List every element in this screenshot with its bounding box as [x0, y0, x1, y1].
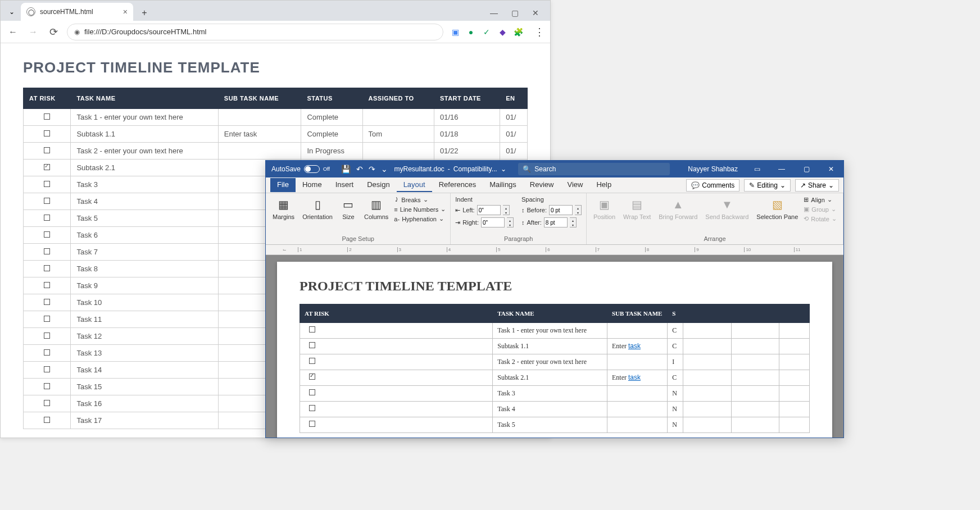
ribbon-tab-file[interactable]: File — [270, 178, 296, 192]
at-risk-cell[interactable] — [24, 126, 71, 143]
minimize-button[interactable]: — — [769, 161, 794, 177]
rotate-button[interactable]: ⟲Rotate ⌄ — [804, 215, 836, 223]
at-risk-cell[interactable] — [24, 311, 71, 328]
ribbon-tab-references[interactable]: References — [432, 178, 483, 192]
selection-pane-button[interactable]: ▧Selection Pane — [754, 195, 800, 221]
at-risk-cell[interactable] — [24, 109, 71, 126]
at-risk-cell[interactable] — [24, 362, 71, 379]
at-risk-cell[interactable] — [300, 370, 493, 386]
at-risk-cell[interactable] — [300, 354, 493, 370]
size-button[interactable]: ▭Size — [338, 195, 359, 221]
at-risk-cell[interactable] — [300, 339, 493, 354]
chevron-down-icon: ⌄ — [780, 181, 786, 189]
at-risk-cell[interactable] — [24, 412, 71, 429]
maximize-button[interactable]: ▢ — [511, 8, 519, 17]
search-input[interactable]: 🔍 Search — [518, 163, 670, 175]
spinner[interactable]: ▴▾ — [575, 205, 582, 215]
at-risk-cell[interactable] — [24, 227, 71, 244]
indent-right-input[interactable] — [481, 217, 505, 227]
ribbon-tab-home[interactable]: Home — [296, 178, 329, 192]
user-name[interactable]: Nayyer Shahbaz — [681, 165, 745, 173]
redo-icon[interactable]: ↷ — [369, 165, 375, 174]
comments-button[interactable]: 💬Comments — [686, 179, 739, 192]
chevron-down-icon[interactable]: ⌄ — [501, 165, 506, 173]
browser-tab[interactable]: ◯ sourceHTML.html × — [21, 3, 133, 21]
back-button[interactable]: ← — [6, 25, 20, 39]
address-bar[interactable]: ◉ file:///D:/Groupdocs/sourceHTML.html — [67, 24, 443, 40]
document-area[interactable]: PROJECT TIMELINE TEMPLATE AT RISKTASK NA… — [266, 255, 843, 438]
extension-icon[interactable]: ✓ — [482, 27, 492, 37]
at-risk-cell[interactable] — [24, 345, 71, 362]
extension-icon[interactable]: ▣ — [450, 27, 460, 37]
task-name-cell: Task 3 — [71, 176, 218, 193]
ribbon-tab-design[interactable]: Design — [360, 178, 396, 192]
at-risk-cell[interactable] — [24, 277, 71, 294]
send-backward-button[interactable]: ▼Send Backward — [703, 195, 751, 221]
extension-icon[interactable]: ◆ — [497, 27, 507, 37]
at-risk-cell[interactable] — [300, 386, 493, 402]
ribbon-tab-insert[interactable]: Insert — [329, 178, 361, 192]
spinner[interactable]: ▴▾ — [503, 205, 510, 215]
reload-button[interactable]: ⟳ — [47, 25, 60, 39]
forward-button[interactable]: → — [26, 25, 40, 39]
at-risk-cell[interactable] — [300, 417, 493, 433]
spacing-after-input[interactable] — [544, 217, 568, 227]
indent-left-input[interactable] — [477, 205, 501, 215]
ruler[interactable]: ⌙ 1234567891011 — [266, 245, 843, 255]
ribbon-tab-mailings[interactable]: Mailings — [483, 178, 523, 192]
task-name-cell: Task 5 — [71, 210, 218, 227]
qat-dropdown-icon[interactable]: ⌄ — [381, 165, 388, 174]
line-numbers-button[interactable]: ≡Line Numbers ⌄ — [394, 205, 446, 213]
at-risk-cell[interactable] — [24, 143, 71, 160]
share-button[interactable]: ↗Share⌄ — [795, 179, 839, 192]
breaks-button[interactable]: ⤸Breaks ⌄ — [394, 195, 446, 204]
at-risk-cell[interactable] — [24, 176, 71, 193]
ribbon-tab-layout[interactable]: Layout — [397, 178, 432, 192]
new-tab-button[interactable]: + — [137, 5, 152, 21]
minimize-button[interactable]: — — [490, 8, 498, 17]
align-button[interactable]: ⊞Align ⌄ — [804, 195, 836, 204]
undo-icon[interactable]: ↶ — [356, 165, 363, 174]
at-risk-cell[interactable] — [24, 294, 71, 311]
maximize-button[interactable]: ▢ — [794, 161, 819, 177]
wrap-text-button[interactable]: ▤Wrap Text — [621, 195, 653, 221]
spacing-before-input[interactable] — [549, 205, 573, 215]
ribbon-tab-review[interactable]: Review — [523, 178, 561, 192]
orientation-button[interactable]: ▯Orientation — [300, 195, 335, 221]
group-button[interactable]: ▣Group ⌄ — [804, 205, 836, 213]
margins-button[interactable]: ▦Margins — [270, 195, 297, 221]
at-risk-cell[interactable] — [24, 210, 71, 227]
checkbox-icon — [44, 198, 50, 204]
at-risk-cell[interactable] — [24, 160, 71, 176]
tab-search-button[interactable]: ⌄ — [5, 5, 19, 19]
close-button[interactable]: ✕ — [819, 161, 843, 177]
at-risk-cell[interactable] — [24, 328, 71, 345]
at-risk-cell[interactable] — [24, 244, 71, 261]
bring-forward-button[interactable]: ▲Bring Forward — [656, 195, 700, 221]
ribbon-tab-view[interactable]: View — [560, 178, 589, 192]
at-risk-cell[interactable] — [24, 193, 71, 210]
at-risk-cell[interactable] — [24, 379, 71, 395]
at-risk-cell[interactable] — [300, 402, 493, 417]
extensions-button[interactable]: 🧩 — [513, 27, 523, 37]
at-risk-cell[interactable] — [300, 323, 493, 339]
columns-button[interactable]: ▥Columns — [362, 195, 391, 221]
save-icon[interactable]: 💾 — [341, 165, 351, 174]
task-name-cell: Task 17 — [71, 412, 218, 429]
close-button[interactable]: ✕ — [532, 8, 539, 17]
spinner[interactable]: ▴▾ — [507, 217, 514, 227]
status-cell: In Progress — [301, 143, 362, 160]
menu-button[interactable]: ⋮ — [534, 26, 545, 38]
extension-icon[interactable]: ● — [466, 27, 476, 37]
close-icon[interactable]: × — [123, 7, 128, 16]
word-window: AutoSave Off 💾 ↶ ↷ ⌄ myResultant.doc - C… — [265, 160, 844, 438]
at-risk-cell[interactable] — [24, 261, 71, 277]
hyphenation-button[interactable]: a-Hyphenation ⌄ — [394, 215, 446, 223]
at-risk-cell[interactable] — [24, 395, 71, 412]
ribbon-tab-help[interactable]: Help — [589, 178, 618, 192]
autosave-toggle[interactable]: AutoSave Off — [266, 165, 335, 173]
ribbon-display-button[interactable]: ▭ — [745, 161, 769, 177]
editing-button[interactable]: ✎Editing⌄ — [744, 179, 791, 192]
spinner[interactable]: ▴▾ — [570, 217, 577, 227]
position-button[interactable]: ▣Position — [591, 195, 618, 221]
